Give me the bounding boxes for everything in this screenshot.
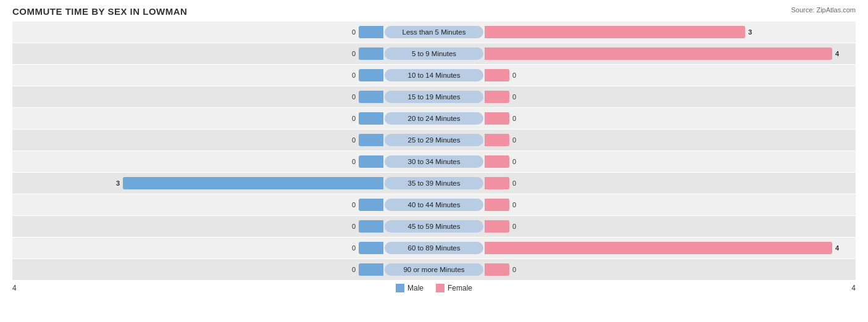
bottom-right-number: 4 — [837, 284, 856, 292]
legend-male-label: Male — [407, 284, 424, 292]
chart-title: COMMUTE TIME BY SEX IN LOWMAN — [12, 6, 187, 17]
bar-row: 030 to 34 Minutes0 — [12, 151, 856, 172]
bar-row: 045 to 59 Minutes0 — [12, 216, 856, 237]
chart-container: COMMUTE TIME BY SEX IN LOWMAN Source: Zi… — [0, 0, 868, 322]
bar-row: 335 to 39 Minutes0 — [12, 173, 856, 194]
legend-female-label: Female — [448, 284, 472, 292]
bottom-left-number: 4 — [12, 284, 31, 292]
bottom-row: 4 Male Female 4 — [12, 284, 856, 292]
source-text: Source: ZipAtlas.com — [791, 6, 856, 14]
bar-row: 060 to 89 Minutes4 — [12, 237, 856, 258]
bar-row: 025 to 29 Minutes0 — [12, 130, 856, 151]
bar-row: 0Less than 5 Minutes3 — [12, 22, 856, 43]
bar-row: 040 to 44 Minutes0 — [12, 194, 856, 215]
chart-rows: 0Less than 5 Minutes305 to 9 Minutes4010… — [12, 22, 856, 280]
legend-blue-box — [396, 284, 404, 292]
legend: Male Female — [31, 284, 837, 292]
bar-row: 05 to 9 Minutes4 — [12, 43, 856, 64]
bar-row: 020 to 24 Minutes0 — [12, 108, 856, 129]
bar-row: 015 to 19 Minutes0 — [12, 86, 856, 107]
title-row: COMMUTE TIME BY SEX IN LOWMAN Source: Zi… — [12, 6, 856, 17]
legend-pink-box — [436, 284, 444, 292]
legend-male: Male — [396, 284, 424, 292]
bar-row: 010 to 14 Minutes0 — [12, 65, 856, 86]
bar-row: 090 or more Minutes0 — [12, 259, 856, 280]
legend-female: Female — [436, 284, 472, 292]
